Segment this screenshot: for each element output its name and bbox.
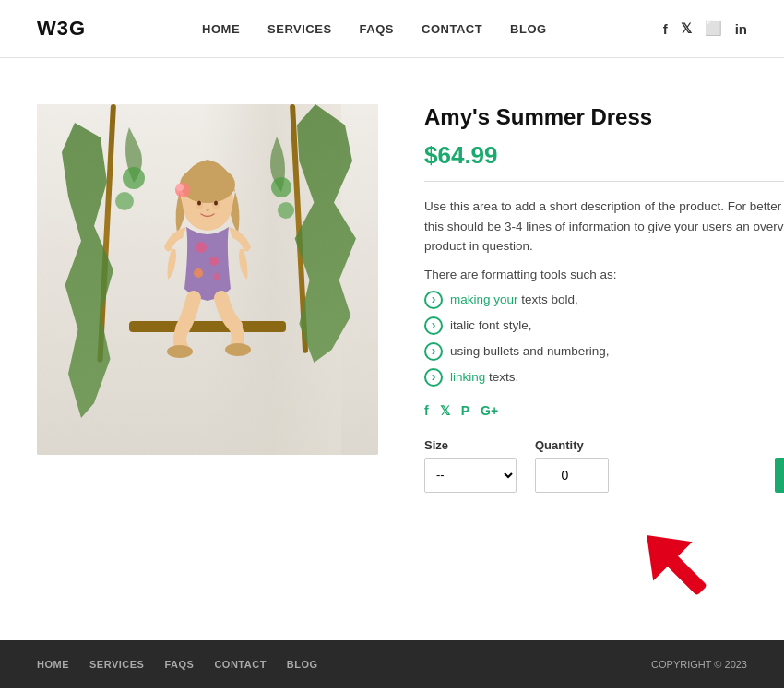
instagram-icon[interactable]: ⬜: [705, 20, 722, 37]
footer-nav-blog[interactable]: BLOG: [287, 659, 318, 670]
svg-point-6: [213, 273, 220, 280]
product-details: Amy's Summer Dress $64.99 Use this area …: [424, 104, 784, 493]
nav-blog[interactable]: BLOG: [510, 22, 547, 36]
share-google-plus-icon[interactable]: G+: [481, 403, 498, 418]
product-price: $64.99: [424, 141, 784, 170]
svg-point-16: [115, 192, 134, 210]
feature-item-4: linking texts.: [424, 368, 784, 387]
footer-nav-contact[interactable]: CONTACT: [214, 659, 266, 670]
size-label: Size: [424, 438, 517, 452]
feature-text-1: making your texts bold,: [450, 292, 578, 306]
nav-services[interactable]: SERVICES: [267, 22, 332, 36]
svg-point-8: [225, 343, 251, 356]
svg-point-15: [123, 167, 145, 189]
purchase-row: Size -- XS S M L XL Quantity BUY NOW: [424, 438, 784, 493]
nav-home[interactable]: HOME: [202, 22, 240, 36]
svg-point-17: [271, 177, 291, 197]
linkedin-icon[interactable]: in: [735, 21, 747, 37]
price-divider: [424, 181, 784, 182]
feature-text-3: using bullets and numbering,: [450, 344, 610, 358]
nav-contact[interactable]: CONTACT: [422, 22, 482, 36]
facebook-icon[interactable]: f: [663, 21, 668, 37]
product-page: Amy's Summer Dress $64.99 Use this area …: [0, 58, 784, 530]
feature-text-2: italic font style,: [450, 318, 532, 332]
copyright-text: COPYRIGHT © 2023: [651, 659, 747, 670]
size-field-group: Size -- XS S M L XL: [424, 438, 517, 493]
svg-point-18: [278, 202, 294, 219]
feature-item-3: using bullets and numbering,: [424, 342, 784, 361]
size-select[interactable]: -- XS S M L XL: [424, 458, 517, 493]
main-nav: HOME SERVICES FAQS CONTACT BLOG: [202, 22, 547, 36]
site-header: W3G HOME SERVICES FAQS CONTACT BLOG f 𝕏 …: [0, 0, 784, 58]
quantity-field-group: Quantity: [535, 438, 609, 493]
share-twitter-icon[interactable]: 𝕏: [440, 403, 450, 418]
feature-item-2: italic font style,: [424, 316, 784, 335]
quantity-input[interactable]: [535, 458, 609, 493]
buy-now-button[interactable]: BUY NOW: [775, 458, 784, 493]
arrow-annotation: [0, 520, 784, 622]
chevron-icon-3: [424, 342, 443, 361]
feature-list: making your texts bold, italic font styl…: [424, 291, 784, 387]
svg-point-14: [176, 184, 184, 191]
formatting-label: There are formatting tools such as:: [424, 268, 784, 281]
share-pinterest-icon[interactable]: P: [461, 403, 469, 418]
nav-faqs[interactable]: FAQS: [360, 22, 394, 36]
svg-point-3: [196, 242, 207, 253]
social-icons-header: f 𝕏 ⬜ in: [663, 20, 747, 37]
svg-point-11: [197, 201, 201, 206]
feature-text-4: linking texts.: [450, 370, 518, 384]
product-image: [37, 104, 378, 455]
social-share: f 𝕏 P G+: [424, 403, 784, 418]
svg-point-4: [209, 257, 219, 266]
svg-rect-0: [129, 321, 286, 332]
chevron-icon-2: [424, 316, 443, 335]
chevron-icon-4: [424, 368, 443, 387]
share-facebook-icon[interactable]: f: [424, 403, 429, 418]
site-logo: W3G: [37, 17, 86, 41]
feature-link-1[interactable]: making your: [450, 292, 518, 306]
product-description: Use this area to add a short description…: [424, 197, 784, 257]
footer-nav-services[interactable]: SERVICES: [89, 659, 144, 670]
svg-point-12: [214, 201, 218, 206]
quantity-label: Quantity: [535, 438, 609, 452]
svg-point-7: [167, 345, 193, 358]
feature-link-4[interactable]: linking: [450, 370, 485, 384]
product-title: Amy's Summer Dress: [424, 104, 784, 130]
site-footer: HOME SERVICES FAQS CONTACT BLOG COPYRIGH…: [0, 640, 784, 688]
person-illustration: [101, 127, 314, 404]
feature-item-1: making your texts bold,: [424, 291, 784, 309]
red-arrow-icon: [627, 520, 738, 622]
footer-nav: HOME SERVICES FAQS CONTACT BLOG: [37, 659, 318, 670]
svg-point-5: [194, 268, 203, 278]
chevron-icon-1: [424, 291, 443, 309]
twitter-icon[interactable]: 𝕏: [681, 20, 692, 37]
footer-nav-home[interactable]: HOME: [37, 659, 69, 670]
footer-nav-faqs[interactable]: FAQS: [164, 659, 194, 670]
